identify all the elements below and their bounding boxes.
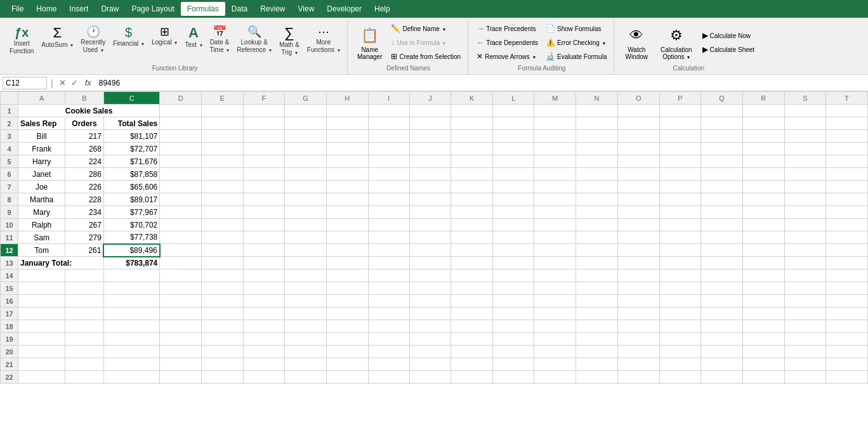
cell-empty[interactable] (617, 333, 659, 346)
cell-empty[interactable] (576, 257, 618, 269)
cell-empty[interactable] (285, 143, 327, 155)
error-checking-button[interactable]: ⚠️ Error Checking ▾ (542, 36, 608, 49)
cell-empty[interactable] (160, 130, 202, 143)
cell-empty[interactable] (368, 193, 409, 206)
col-header-T[interactable]: T (826, 92, 868, 105)
cell-empty[interactable] (576, 181, 618, 193)
cell-empty[interactable] (492, 219, 534, 231)
row-header-11[interactable]: 11 (1, 231, 18, 244)
cell-empty[interactable] (160, 308, 202, 320)
cell-empty[interactable] (576, 130, 618, 143)
cell-empty[interactable] (492, 181, 534, 193)
cell-empty[interactable] (160, 168, 202, 181)
cell-empty[interactable] (243, 358, 285, 371)
cell-empty[interactable] (160, 320, 202, 333)
cell-empty[interactable] (617, 168, 659, 181)
cell-empty[interactable] (368, 320, 409, 333)
cell-empty[interactable] (492, 371, 534, 384)
cell-empty[interactable] (243, 295, 285, 308)
cell-empty[interactable] (742, 244, 784, 257)
cell-B10[interactable]: 267 (65, 219, 104, 231)
cell-C7[interactable]: $65,606 (103, 181, 159, 193)
name-manager-button[interactable]: 📋 NameManager (353, 22, 386, 63)
cell-empty[interactable] (492, 105, 534, 117)
cell-empty[interactable] (409, 282, 450, 295)
cell-empty[interactable] (576, 206, 618, 219)
cell-empty[interactable] (243, 219, 285, 231)
cell-empty[interactable] (201, 168, 243, 181)
cell-empty[interactable] (617, 117, 659, 130)
cell-empty[interactable] (409, 346, 450, 358)
col-header-D[interactable]: D (160, 92, 202, 105)
cell-empty[interactable] (659, 168, 701, 181)
cell-empty[interactable] (576, 371, 618, 384)
cell-empty[interactable] (326, 206, 368, 219)
cell-empty[interactable] (160, 333, 202, 346)
cell-empty[interactable] (742, 371, 784, 384)
cell-empty[interactable] (368, 308, 409, 320)
cell-empty[interactable] (285, 244, 327, 257)
cell-empty[interactable] (368, 181, 409, 193)
cell-empty[interactable] (659, 257, 701, 269)
cell-empty[interactable] (285, 155, 327, 168)
cell-empty[interactable] (617, 358, 659, 371)
cell-empty[interactable] (18, 282, 65, 295)
cell-empty[interactable] (659, 358, 701, 371)
cell-empty[interactable] (492, 231, 534, 244)
cell-empty[interactable] (243, 257, 285, 269)
cell-empty[interactable] (326, 219, 368, 231)
cell-empty[interactable] (701, 295, 743, 308)
cell-empty[interactable] (784, 320, 826, 333)
cell-empty[interactable] (492, 257, 534, 269)
col-header-N[interactable]: N (576, 92, 618, 105)
cell-empty[interactable] (285, 105, 327, 117)
cell-A3[interactable]: Bill (18, 130, 65, 143)
cell-empty[interactable] (451, 320, 493, 333)
cell-empty[interactable] (492, 117, 534, 130)
cell-empty[interactable] (285, 371, 327, 384)
row-header-22[interactable]: 22 (1, 371, 18, 384)
cell-empty[interactable] (160, 219, 202, 231)
cell-B6[interactable]: 286 (65, 168, 104, 181)
cell-empty[interactable] (826, 231, 868, 244)
cell-empty[interactable] (534, 130, 576, 143)
cell-empty[interactable] (201, 105, 243, 117)
cell-empty[interactable] (742, 269, 784, 282)
cell-empty[interactable] (243, 105, 285, 117)
row-header-4[interactable]: 4 (1, 143, 18, 155)
menu-file[interactable]: File (5, 2, 30, 16)
cell-empty[interactable] (18, 320, 65, 333)
cell-empty[interactable] (18, 346, 65, 358)
row-header-14[interactable]: 14 (1, 269, 18, 282)
cell-empty[interactable] (492, 193, 534, 206)
cell-empty[interactable] (160, 282, 202, 295)
cell-empty[interactable] (285, 231, 327, 244)
cell-empty[interactable] (659, 117, 701, 130)
menu-insert[interactable]: Insert (63, 2, 95, 16)
remove-arrows-button[interactable]: ✕ Remove Arrows ▾ (473, 50, 538, 63)
cell-A5[interactable]: Harry (18, 155, 65, 168)
cell-empty[interactable] (701, 308, 743, 320)
cell-empty[interactable] (160, 358, 202, 371)
cell-empty[interactable] (326, 308, 368, 320)
cell-empty[interactable] (285, 346, 327, 358)
cell-empty[interactable] (492, 320, 534, 333)
cell-A12[interactable]: Tom (18, 244, 65, 257)
cell-A6[interactable]: Janet (18, 168, 65, 181)
cell-empty[interactable] (160, 371, 202, 384)
row-header-7[interactable]: 7 (1, 181, 18, 193)
cell-empty[interactable] (576, 320, 618, 333)
cell-empty[interactable] (243, 371, 285, 384)
menu-help[interactable]: Help (368, 2, 397, 16)
cell-empty[interactable] (492, 282, 534, 295)
row-header-6[interactable]: 6 (1, 168, 18, 181)
cell-empty[interactable] (742, 219, 784, 231)
cell-empty[interactable] (451, 130, 493, 143)
cell-empty[interactable] (534, 143, 576, 155)
cell-empty[interactable] (368, 130, 409, 143)
cell-empty[interactable] (576, 219, 618, 231)
cell-empty[interactable] (201, 244, 243, 257)
cell-empty[interactable] (784, 282, 826, 295)
cell-empty[interactable] (201, 181, 243, 193)
cell-empty[interactable] (368, 282, 409, 295)
